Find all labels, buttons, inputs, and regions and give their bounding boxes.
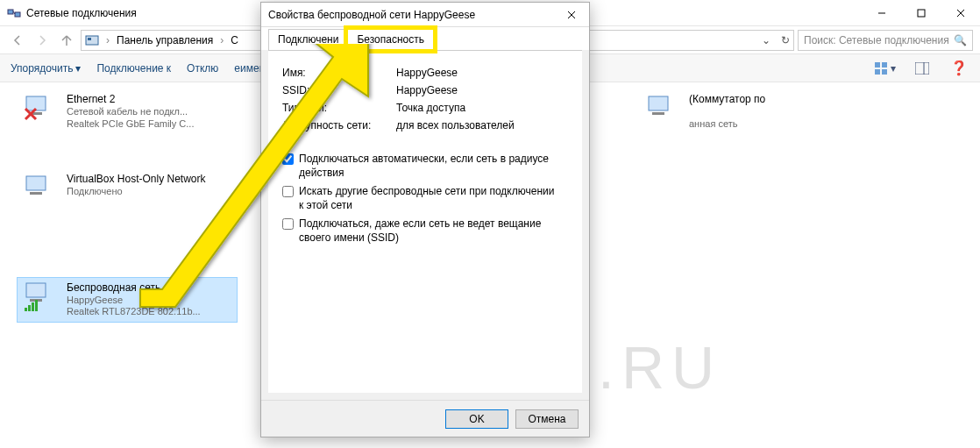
field-type-label: Тип сети: [282, 102, 396, 114]
svg-rect-12 [882, 69, 887, 75]
svg-rect-27 [32, 302, 34, 311]
svg-rect-21 [26, 176, 46, 190]
connection-name: Беспроводная сеть [67, 281, 201, 294]
svg-rect-20 [652, 112, 664, 115]
back-button[interactable] [7, 30, 28, 51]
svg-rect-0 [8, 10, 13, 14]
svg-rect-15 [26, 96, 46, 110]
connection-adapter: Realtek RTL8723DE 802.11b... [67, 306, 201, 318]
refresh-icon[interactable]: ↻ [781, 34, 790, 46]
tab-connection-page: Имя:HappyGeese SSID:HappyGeese Тип сети:… [268, 50, 582, 393]
svg-rect-8 [88, 38, 91, 40]
view-options-icon[interactable]: ▾ [875, 58, 896, 79]
svg-rect-28 [35, 300, 38, 311]
connection-status [689, 106, 765, 118]
checkbox-label: Искать другие беспроводные сети при подк… [299, 185, 562, 212]
svg-rect-10 [882, 62, 887, 68]
control-panel-icon [85, 33, 99, 47]
svg-rect-13 [915, 62, 929, 75]
checkbox-input[interactable] [282, 186, 294, 197]
breadcrumb-item[interactable]: Панель управления [117, 34, 213, 46]
connection-name: Ethernet 2 [67, 93, 195, 105]
svg-rect-11 [875, 69, 880, 75]
connection-virtualbox[interactable]: VirtualBox Host-Only Network Подключено [18, 169, 237, 208]
search-placeholder: Поиск: Сетевые подключения [804, 34, 949, 46]
breadcrumb-sep: › [220, 34, 224, 46]
dialog-button-bar: OK Отмена [261, 400, 589, 437]
virtualbox-icon [23, 173, 60, 204]
chevron-down-icon: ▾ [75, 62, 81, 75]
toolbar-organize[interactable]: Упорядочить ▾ [11, 62, 81, 75]
toolbar-disable[interactable]: Отклю [187, 62, 218, 75]
forward-button[interactable] [32, 30, 53, 51]
connection-wifi[interactable]: Беспроводная сеть HappyGeese Realtek RTL… [18, 278, 237, 323]
connection-name: (Коммутатор по [689, 93, 765, 105]
help-icon[interactable]: ❓ [948, 58, 969, 79]
toolbar-connect[interactable]: Подключение к [96, 62, 171, 75]
checkbox-search-other[interactable]: Искать другие беспроводные сети при подк… [282, 185, 568, 212]
maximize-button[interactable] [901, 0, 941, 26]
svg-rect-25 [25, 308, 27, 311]
checkbox-input[interactable] [282, 218, 294, 230]
field-type-value: Точка доступа [396, 102, 465, 114]
svg-rect-22 [30, 192, 42, 195]
connection-status: Подключено [67, 186, 206, 198]
bridge-icon [645, 93, 682, 124]
checkbox-label: Подключаться, даже если сеть не ведет ве… [299, 217, 562, 245]
dialog-tabs: Подключени Безопасность [261, 27, 589, 50]
cancel-button[interactable]: Отмена [515, 409, 579, 429]
svg-rect-4 [918, 10, 925, 17]
details-pane-icon[interactable] [912, 58, 933, 79]
dialog-titlebar: Свойства беспроводной сети HappyGeese [261, 3, 589, 27]
close-button[interactable] [941, 0, 980, 26]
svg-rect-19 [649, 96, 668, 110]
app-icon [7, 6, 21, 20]
wifi-properties-dialog: Свойства беспроводной сети HappyGeese По… [260, 2, 590, 437]
field-ssid-label: SSID: [282, 84, 396, 96]
field-avail-label: Доступность сети: [282, 119, 396, 132]
wifi-icon [23, 281, 60, 313]
ok-button[interactable]: OK [445, 409, 508, 429]
dialog-title: Свойства беспроводной сети HappyGeese [268, 9, 554, 21]
breadcrumb-sep: › [106, 34, 110, 46]
svg-rect-23 [26, 283, 46, 297]
address-dropdown-icon[interactable]: ⌄ [762, 34, 771, 46]
ethernet-icon [23, 93, 60, 124]
field-name-label: Имя: [282, 67, 396, 79]
tab-security[interactable]: Безопасность [347, 29, 434, 50]
breadcrumb-item[interactable]: С [231, 34, 238, 46]
checkbox-label: Подключаться автоматически, если сеть в … [299, 153, 562, 180]
connection-adapter: Realtek PCIe GbE Family C... [67, 118, 195, 131]
dialog-close-button[interactable] [554, 3, 589, 27]
checkbox-hidden-ssid[interactable]: Подключаться, даже если сеть не ведет ве… [282, 217, 568, 245]
field-name-value: HappyGeese [396, 67, 458, 79]
connection-status: HappyGeese [67, 295, 201, 307]
checkbox-auto-connect[interactable]: Подключаться автоматически, если сеть в … [282, 153, 568, 180]
connection-ethernet[interactable]: Ethernet 2 Сетевой кабель не подкл... Re… [18, 89, 237, 134]
field-avail-value: для всех пользователей [396, 119, 515, 132]
field-ssid-value: HappyGeese [396, 84, 458, 96]
checkbox-input[interactable] [282, 153, 294, 165]
svg-rect-1 [15, 12, 20, 17]
tab-connection[interactable]: Подключени [268, 29, 348, 50]
search-input[interactable]: Поиск: Сетевые подключения 🔍 [798, 30, 973, 51]
minimize-button[interactable] [862, 0, 901, 26]
up-button[interactable] [56, 30, 77, 51]
connection-adapter: анная сеть [689, 118, 765, 131]
svg-rect-26 [28, 305, 31, 311]
search-icon: 🔍 [954, 34, 967, 46]
connection-status: Сетевой кабель не подкл... [67, 106, 195, 118]
svg-rect-9 [875, 62, 880, 68]
connection-name: VirtualBox Host-Only Network [67, 173, 206, 185]
connection-bridge[interactable]: (Коммутатор по анная сеть [640, 89, 815, 134]
